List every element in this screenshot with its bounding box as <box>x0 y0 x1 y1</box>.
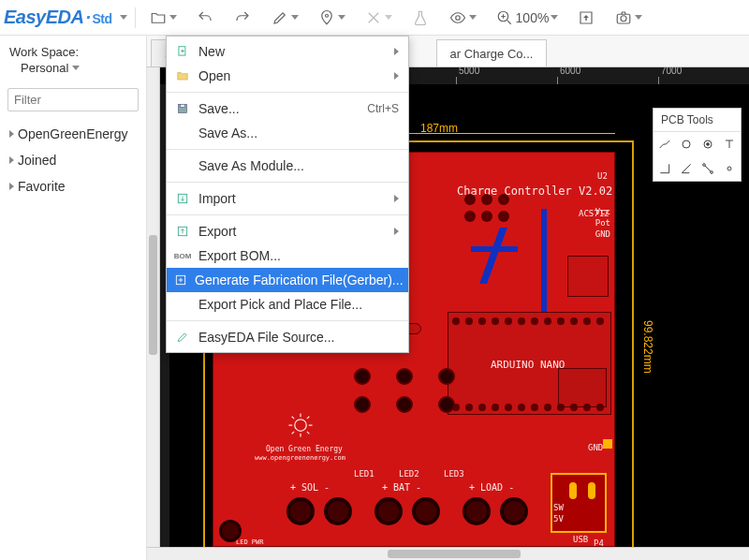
route-dropdown[interactable] <box>359 5 398 31</box>
camera-icon <box>614 8 633 27</box>
chevron-right-icon <box>394 72 399 80</box>
logo-dropdown-caret[interactable] <box>120 15 127 20</box>
top-toolbar: EasyEDA·Std <box>0 0 749 36</box>
pcb-tools-title: PCB Tools <box>654 109 741 132</box>
dimension-height: 99.822mm <box>641 320 654 374</box>
visibility-dropdown[interactable] <box>443 5 482 31</box>
pcb-tools-panel[interactable]: PCB Tools <box>653 108 742 182</box>
zoom-control[interactable]: 100% <box>490 5 565 31</box>
menu-save[interactable]: Save... Ctrl+S <box>167 96 408 121</box>
tree-item-favorite[interactable]: Favorite <box>0 173 146 199</box>
menu-export-bom[interactable]: BOM Export BOM... <box>167 243 408 268</box>
logo-line1: Open Green Energy <box>266 445 343 453</box>
workspace-selector[interactable]: Personal <box>0 61 146 84</box>
import-icon <box>174 191 191 206</box>
menu-import[interactable]: Import <box>167 186 408 211</box>
chevron-right-icon <box>394 228 399 235</box>
waypoint-dropdown[interactable] <box>312 5 351 31</box>
gerber-icon <box>174 273 187 287</box>
open-folder-icon <box>174 68 191 83</box>
ref-u2: U2 <box>597 171 608 181</box>
ref-led1: LED1 <box>354 469 374 479</box>
logo-line2: www.opengreenenergy.com <box>255 454 345 462</box>
redo-icon <box>233 8 252 27</box>
tree-item-label: OpenGreenEnergy <box>18 126 128 141</box>
menu-export-pnp[interactable]: Export Pick and Place File... <box>167 292 408 317</box>
dimension-width: 187mm <box>420 122 458 135</box>
redo-button[interactable] <box>228 5 257 31</box>
pin-vcc: Vcc <box>595 207 610 216</box>
edit-dropdown[interactable] <box>265 5 304 31</box>
conn-bat: + BAT - <box>382 482 421 493</box>
menu-new[interactable]: New <box>167 39 408 64</box>
scrollbar-thumb[interactable] <box>388 550 520 558</box>
svg-point-9 <box>703 164 706 167</box>
caret-right-icon <box>9 130 14 138</box>
menu-save-as[interactable]: Save As... <box>167 121 408 145</box>
ref-usb: USB <box>573 535 588 544</box>
tree-item-opengreenenergy[interactable]: OpenGreenEnergy <box>0 121 146 147</box>
folder-icon <box>149 8 168 27</box>
tool-via[interactable] <box>698 132 719 156</box>
svg-point-1 <box>455 15 460 20</box>
menu-save-module[interactable]: Save As Module... <box>167 154 408 178</box>
camera-dropdown[interactable] <box>609 5 648 31</box>
filter-input[interactable] <box>7 88 139 111</box>
save-icon <box>174 101 191 116</box>
workspace-value: Personal <box>21 61 68 75</box>
tool-track[interactable] <box>654 132 675 156</box>
tool-angle[interactable] <box>675 156 697 181</box>
tree-item-joined[interactable]: Joined <box>0 147 146 173</box>
menu-generate-gerber[interactable]: Generate Fabrication File(Gerber)... <box>167 268 408 292</box>
svg-point-6 <box>683 140 690 148</box>
tool-hole[interactable] <box>719 156 741 181</box>
board-title-silk: Charge Controller V2.02 <box>457 184 612 198</box>
sun-logo-icon <box>286 411 315 439</box>
vertical-scrollbar[interactable] <box>147 67 160 547</box>
ref-gnd: GND <box>588 443 603 452</box>
chevron-down-icon <box>72 66 80 70</box>
pencil-icon <box>174 330 191 345</box>
tree-item-label: Joined <box>18 153 56 168</box>
file-menu-button[interactable] <box>143 5 183 31</box>
ref-led3: LED3 <box>444 469 464 479</box>
zoom-in-icon <box>495 8 514 27</box>
menu-file-source[interactable]: EasyEDA File Source... <box>167 325 408 349</box>
new-file-icon <box>174 44 191 59</box>
ref-sw: SW <box>553 503 564 512</box>
horizontal-scrollbar[interactable] <box>147 547 749 560</box>
scrollbar-thumb[interactable] <box>149 235 157 355</box>
svg-point-4 <box>621 15 626 21</box>
undo-button[interactable] <box>190 5 220 31</box>
pin-pot: Pot <box>595 218 610 228</box>
workspace-label: Work Space: <box>0 36 146 61</box>
align-button[interactable] <box>405 5 435 31</box>
menu-open[interactable]: Open <box>167 64 408 88</box>
caret-right-icon <box>9 156 14 164</box>
ref-5v: 5V <box>553 514 564 523</box>
flask-icon <box>411 8 430 27</box>
tool-text[interactable] <box>719 132 741 156</box>
tool-pad[interactable] <box>675 132 697 156</box>
arduino-label: ARDUINO NANO <box>491 359 565 371</box>
app-logo: EasyEDA·Std <box>4 7 112 28</box>
svg-rect-14 <box>181 104 185 107</box>
ref-ledpwr: LED PWR <box>236 538 264 546</box>
cross-probe-icon <box>364 8 383 27</box>
ref-led2: LED2 <box>399 469 419 479</box>
pin-gnd: GND <box>595 229 610 239</box>
tool-arc[interactable] <box>654 156 675 181</box>
tree-item-label: Favorite <box>18 179 66 194</box>
pin-icon <box>317 8 336 27</box>
chevron-right-icon <box>394 48 399 55</box>
bom-icon: BOM <box>174 248 191 263</box>
menu-export[interactable]: Export <box>167 219 408 243</box>
tool-connect[interactable] <box>698 156 719 181</box>
import-button[interactable] <box>571 5 601 31</box>
zoom-value: 100% <box>516 10 550 25</box>
undo-icon <box>196 8 214 27</box>
caret-right-icon <box>9 183 14 190</box>
svg-point-5 <box>295 420 307 432</box>
tab-charge-controller[interactable]: ar Charge Co... <box>436 39 548 66</box>
tab-label: ar Charge Co... <box>450 47 534 61</box>
